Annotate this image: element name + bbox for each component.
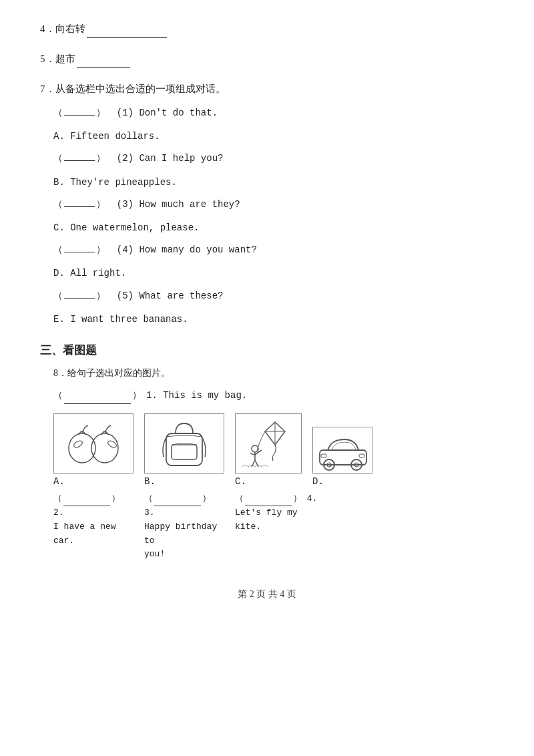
q8-image-B (144, 413, 224, 474)
q5-blank[interactable] (77, 67, 130, 68)
q7-option-C: C. One watermelon, please. (53, 220, 494, 236)
q7-dialog-2: （） (2) Can I help you? (53, 150, 494, 167)
q7-option-E: E. I want three bananas. (53, 311, 494, 328)
q8-image-B-col: B. (144, 413, 224, 487)
section3-title: 三、看图题 (40, 343, 494, 358)
svg-rect-20 (359, 454, 364, 457)
car-icon (314, 429, 371, 472)
q8-image-A-col: A. (53, 413, 134, 487)
q7-paren-2: （） (53, 153, 105, 164)
page-footer: 第 2 页 共 4 页 (40, 588, 494, 600)
q7-answer-2[interactable] (64, 160, 95, 161)
svg-rect-5 (172, 445, 197, 459)
kite-icon (238, 417, 298, 470)
q7-answer-5[interactable] (64, 298, 95, 299)
q7-answer-1[interactable] (64, 115, 95, 116)
q4-label: 4．向右转 (40, 23, 85, 34)
q8-sub4: （） 4. Let's fly my kite. (235, 492, 328, 534)
q8-B-label: B. (144, 476, 156, 487)
q7-paren-4: （） (53, 244, 105, 255)
q8-A-label: A. (53, 476, 65, 487)
svg-rect-19 (321, 454, 326, 457)
q8-instruction: 8．给句子选出对应的图片。 (53, 365, 494, 381)
q8-C-label: C. (235, 476, 246, 487)
q7-paren-1: （） (53, 108, 105, 118)
q8-image-A (53, 413, 134, 474)
q7-dialog-1: （） (1) Don't do that. (53, 105, 494, 122)
q7-answer-4[interactable] (64, 252, 95, 252)
q7-paren-5: （） (53, 291, 105, 301)
q8-sub1: （） 1. This is my bag. (53, 387, 494, 404)
q8-answer-4[interactable] (245, 506, 292, 506)
q7-option-A: A. Fifteen dollars. (53, 128, 494, 145)
q8-D-label: D. (312, 476, 324, 487)
q8-image-C-col: C. (235, 413, 302, 487)
question-7: 7．从备选栏中选出合适的一项组成对话。 （） (1) Don't do that… (40, 80, 494, 328)
q8-answer-3[interactable] (154, 506, 201, 506)
q8-image-D (312, 427, 372, 474)
q7-paren-3: （） (53, 199, 105, 210)
q8-images-row: A. B. (53, 413, 494, 487)
q8-image-D-col: D. (312, 427, 372, 487)
q8-image-C (235, 413, 302, 474)
q5-label: 5．超市 (40, 53, 75, 64)
q7-dialog-5: （） (5) What are these? (53, 288, 494, 305)
q7-dialog-4: （） (4) How many do you want? (53, 242, 494, 258)
q7-option-B: B. They're pineapples. (53, 174, 494, 191)
svg-line-11 (250, 453, 255, 455)
q8-sub-row: （） 2. I have a new car. （） 3. Happy birt… (53, 492, 494, 562)
question-5: 5．超市 (40, 50, 494, 68)
q4-blank[interactable] (87, 37, 167, 38)
apples-icon (60, 420, 127, 467)
footer-text: 第 2 页 共 4 页 (238, 589, 296, 599)
q7-answer-3[interactable] (64, 206, 95, 207)
q7-instruction: 7．从备选栏中选出合适的一项组成对话。 (40, 80, 494, 98)
q7-option-D: D. All right. (53, 265, 494, 282)
bag-icon (154, 417, 214, 470)
question-4: 4．向右转 (40, 20, 494, 38)
q8-answer-1[interactable] (64, 403, 131, 404)
q8-sub3: （） 3. Happy birthday to you! (144, 492, 224, 562)
svg-point-1 (73, 439, 83, 449)
q8-sub2: （） 2. I have a new car. (53, 492, 134, 548)
q7-dialog-3: （） (3) How much are they? (53, 196, 494, 213)
q8-answer-2[interactable] (63, 506, 110, 506)
